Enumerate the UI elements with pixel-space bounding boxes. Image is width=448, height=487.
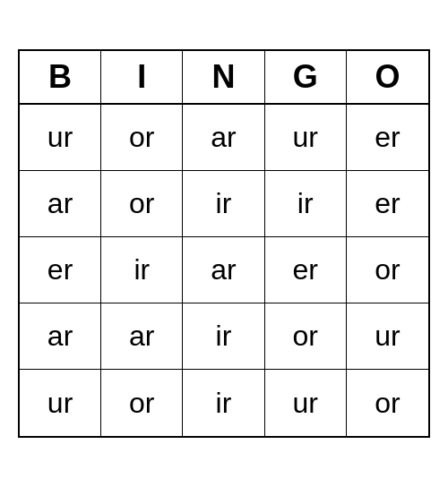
bingo-cell: ar [20, 303, 101, 370]
bingo-cell: ir [101, 237, 183, 303]
bingo-cell: ir [183, 303, 264, 370]
bingo-cell: ar [101, 303, 183, 370]
bingo-cell: ar [183, 237, 264, 303]
bingo-cell: ir [183, 171, 264, 237]
bingo-cell: ir [183, 370, 264, 436]
bingo-cell: ur [265, 370, 347, 436]
bingo-cell: ur [20, 370, 101, 436]
bingo-cell: or [101, 370, 183, 436]
bingo-cell: or [347, 370, 428, 436]
bingo-cell: or [101, 171, 183, 237]
bingo-cell: or [101, 105, 183, 171]
bingo-header: B I N G O [20, 51, 428, 105]
bingo-cell: ur [347, 303, 428, 370]
bingo-cell: or [347, 237, 428, 303]
header-o: O [347, 51, 428, 103]
bingo-cell: ir [265, 171, 347, 237]
bingo-card: B I N G O urorarureraroririrererirareror… [18, 49, 430, 438]
bingo-cell: er [347, 171, 428, 237]
header-b: B [20, 51, 101, 103]
bingo-cell: er [20, 237, 101, 303]
header-i: I [101, 51, 183, 103]
bingo-body: urorarureraroririrererirarerorararirorur… [20, 105, 428, 436]
header-n: N [183, 51, 264, 103]
bingo-cell: er [347, 105, 428, 171]
header-g: G [265, 51, 347, 103]
bingo-cell: or [265, 303, 347, 370]
bingo-cell: ur [265, 105, 347, 171]
bingo-cell: ar [183, 105, 264, 171]
bingo-cell: er [265, 237, 347, 303]
bingo-cell: ur [20, 105, 101, 171]
bingo-cell: ar [20, 171, 101, 237]
